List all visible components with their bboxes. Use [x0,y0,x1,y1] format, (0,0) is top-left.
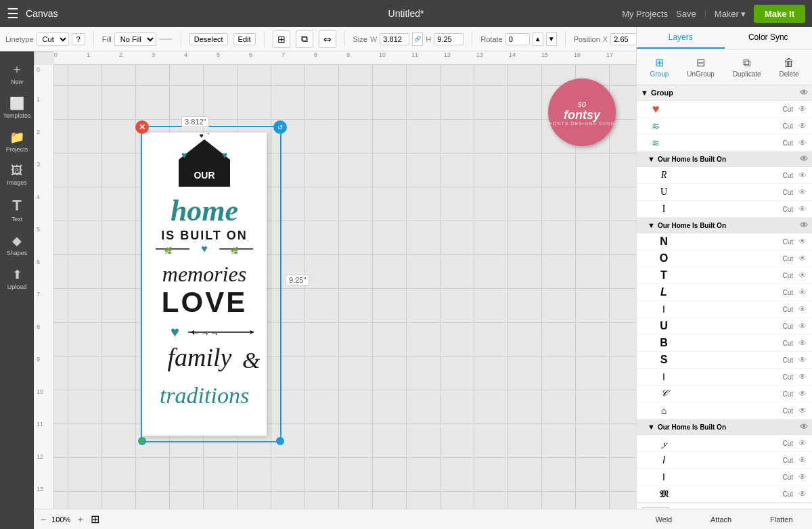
layer-item[interactable]: I Cut 👁 [637,469,812,486]
new-tool[interactable]: ＋ New [1,57,33,89]
sub-group-header-1[interactable]: ▼ Our Home Is Built On 👁 [637,152,812,167]
group-header-label: Group [651,89,673,97]
layer-item[interactable]: ⌂ Cut 👁 [637,402,812,419]
sub-group-label-3: Our Home Is Built On [658,423,726,431]
projects-tool[interactable]: 📁 Projects [1,126,33,157]
layer-visibility-eye[interactable]: 👁 [798,254,807,263]
width-input[interactable] [380,33,409,45]
layer-item[interactable]: L Cut 👁 [637,284,812,301]
layer-visibility-eye[interactable]: 👁 [798,138,807,147]
bottom-right-handle[interactable] [276,437,284,445]
layer-item[interactable]: R Cut 👁 [637,167,812,184]
rotate-input[interactable] [505,33,530,45]
layer-item[interactable]: T Cut 👁 [637,267,812,284]
weld-button[interactable]: Weld [650,514,677,525]
layer-item[interactable]: I Cut 👁 [637,201,812,218]
align-button[interactable]: ⊞ [273,30,290,48]
shapes-tool[interactable]: ◆ Shapes [1,229,33,260]
layer-visibility-eye[interactable]: 👁 [798,187,807,197]
layer-visibility-eye[interactable]: 👁 [798,472,807,482]
layer-visibility-eye[interactable]: 👁 [798,406,807,415]
layer-visibility-eye[interactable]: 👁 [798,438,807,448]
sub-group-header-3[interactable]: ▼ Our Home Is Built On 👁 [637,419,812,435]
layers-tab[interactable]: Layers [637,27,725,49]
layer-item[interactable]: I Cut 👁 [637,301,812,318]
layer-visibility-eye[interactable]: 👁 [798,170,807,180]
house-group: OUR ♥ ♥ ♥ · [179,133,230,187]
layer-item[interactable]: O Cut 👁 [637,250,812,267]
text-tool[interactable]: T Text [1,193,33,227]
height-input[interactable] [434,33,464,45]
ungroup-tool[interactable]: ⊟ UnGroup [683,53,719,80]
group-visibility-eye[interactable]: 👁 [800,88,808,97]
arrange-button[interactable]: ⧉ [296,30,313,48]
linetype-help[interactable]: ? [72,33,85,45]
design-canvas[interactable]: OUR ♥ ♥ ♥ · home IS BUILT ON ♥ 🌿 🌿 memor… [142,133,267,436]
layer-item[interactable]: S Cut 👁 [637,352,812,369]
sub-group-eye-3[interactable]: 👁 [800,422,808,432]
sub-group-eye[interactable]: 👁 [800,154,808,164]
layer-visibility-eye[interactable]: 👁 [798,372,807,382]
delete-tool[interactable]: 🗑 Delete [775,54,803,80]
layer-item[interactable]: 𝔐 Cut 👁 [637,486,812,503]
group-layer-header[interactable]: ▼ Group 👁 [637,85,812,101]
layer-visibility-eye[interactable]: 👁 [798,288,807,297]
color-sync-tab[interactable]: Color Sync [725,27,813,49]
layer-item[interactable]: I Cut 👁 [637,369,812,386]
fit-to-screen-button[interactable]: ⊞ [91,513,99,526]
group-tool[interactable]: ⊞ Group [646,53,673,80]
edit-button[interactable]: Edit [233,33,256,45]
canvas-area[interactable]: 0 1 2 3 4 5 6 7 8 9 10 11 12 13 14 15 16… [34,51,636,529]
layer-item[interactable]: ≋ Cut 👁 [637,135,812,152]
pos-x-input[interactable] [610,33,637,45]
layer-item[interactable]: 𝔂 Cut 👁 [637,435,812,452]
maker-dropdown[interactable]: Maker ▾ [715,9,746,19]
layer-visibility-eye[interactable]: 👁 [798,389,807,398]
layer-item[interactable]: ≋ Cut 👁 [637,118,812,135]
layer-item[interactable]: U Cut 👁 [637,318,812,335]
layer-visibility-eye[interactable]: 👁 [798,204,807,214]
upload-tool[interactable]: ⬆ Upload [1,263,33,294]
layer-visibility-eye[interactable]: 👁 [798,121,807,131]
images-tool[interactable]: 🖼 Images [1,160,33,190]
sub-group-header-2[interactable]: ▼ Our Home Is Built On 👁 [637,218,812,233]
make-it-button[interactable]: Make It [754,5,805,23]
rotate-down-button[interactable]: ▼ [546,32,557,46]
zoom-out-button[interactable]: − [41,514,46,525]
layer-item[interactable]: B Cut 👁 [637,335,812,352]
hamburger-icon[interactable]: ☰ [7,5,19,22]
bottom-left-handle[interactable] [138,437,146,445]
flatten-button[interactable]: Flatten [765,514,798,525]
fill-select[interactable]: No Fill [114,32,156,46]
layer-visibility-eye[interactable]: 👁 [798,321,807,331]
layer-item[interactable]: 𝒞 Cut 👁 [637,386,812,402]
duplicate-tool[interactable]: ⧉ Duplicate [729,54,765,80]
layer-visibility-eye[interactable]: 👁 [798,304,807,314]
layer-item[interactable]: U Cut 👁 [637,184,812,201]
sub-group-eye-2[interactable]: 👁 [800,221,808,230]
fill-color[interactable] [159,39,173,40]
my-projects-link[interactable]: My Projects [622,9,668,19]
deselect-button[interactable]: Deselect [189,33,228,45]
layer-visibility-eye[interactable]: 👁 [798,104,807,114]
flip-button[interactable]: ⇔ [319,30,336,48]
layer-thumb: 𝔐 [656,488,672,500]
linetype-select[interactable]: Cut [37,32,69,46]
layer-item[interactable]: N Cut 👁 [637,233,812,250]
layer-item[interactable]: ♥ Cut 👁 [637,101,812,118]
layer-cut-label: Cut [782,255,793,262]
zoom-in-button[interactable]: ＋ [76,513,85,526]
svg-text:♥: ♥ [201,243,208,254]
rotate-up-button[interactable]: ▲ [533,32,543,46]
lock-proportions-button[interactable]: 🔗 [412,32,423,46]
layer-visibility-eye[interactable]: 👁 [798,455,807,465]
layer-item[interactable]: l Cut 👁 [637,452,812,469]
attach-button[interactable]: Attach [705,514,737,525]
layer-visibility-eye[interactable]: 👁 [798,489,807,499]
layer-visibility-eye[interactable]: 👁 [798,338,807,348]
templates-tool[interactable]: ⬜ Templates [1,92,33,123]
layer-visibility-eye[interactable]: 👁 [798,271,807,280]
layer-visibility-eye[interactable]: 👁 [798,237,807,246]
layer-visibility-eye[interactable]: 👁 [798,355,807,365]
save-button[interactable]: Save [676,9,696,19]
